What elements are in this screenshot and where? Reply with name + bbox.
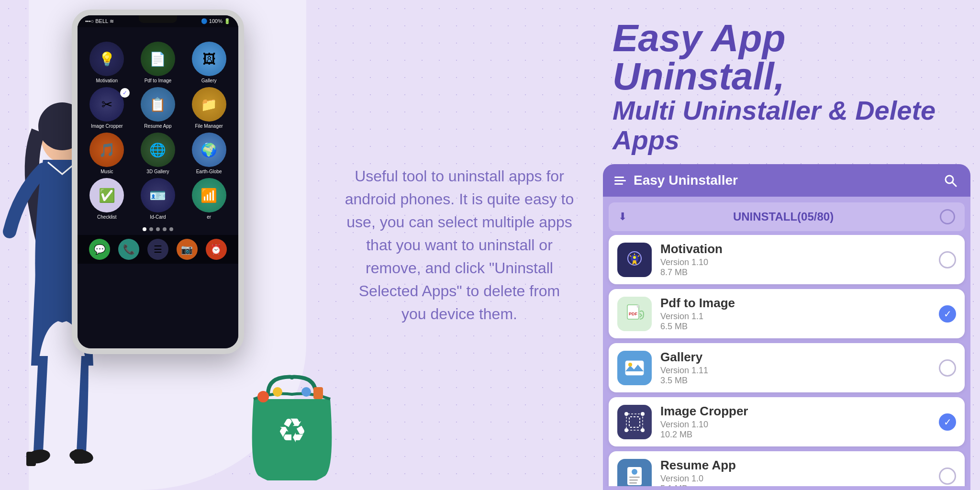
filemanager-label: File Manager	[195, 123, 223, 129]
bottom-phone-icon[interactable]: 📞	[118, 239, 139, 260]
motivation-version: Version 1.10	[660, 257, 930, 267]
phone-app-resume[interactable]: 📋 Resume App	[134, 87, 182, 129]
resume-checkbox[interactable]	[939, 468, 956, 485]
idcard-icon: 🪪	[141, 178, 175, 212]
list-item-resume[interactable]: Resume App Version 1.0 5.1 MB	[609, 451, 965, 486]
gallery-label: Gallery	[201, 78, 217, 83]
app-title-line2: Multi Uninstaller & Delete Apps	[612, 96, 961, 155]
dot-2	[149, 227, 153, 231]
phone-screen: •••○ BELL ≋ 🔵 100% 🔋 💡 Motivation 📄 Pdf …	[78, 15, 238, 348]
bottom-messages-icon[interactable]: 💬	[89, 239, 110, 260]
phone-app-pdf[interactable]: 📄 Pdf to Image	[134, 42, 182, 83]
motivation-name: Motivation	[660, 242, 930, 256]
pdf-version: Version 1.1	[660, 312, 930, 322]
search-button[interactable]	[942, 172, 959, 189]
list-item-motivation[interactable]: Motivation Version 1.10 8.7 MB	[609, 235, 965, 284]
app-panel: Easy Uninstaller ⬇ UNINSTALL(05/80)	[603, 164, 970, 490]
list-item-gallery[interactable]: Gallery Version 1.11 3.5 MB	[609, 343, 965, 392]
motivation-size: 8.7 MB	[660, 267, 930, 278]
svg-point-22	[628, 363, 632, 367]
gallery-list-icon	[617, 351, 652, 385]
sort-icon: ⬇	[618, 211, 627, 223]
uninstall-bar[interactable]: ⬇ UNINSTALL(05/80)	[609, 202, 965, 231]
phone-app-gallery[interactable]: 🖼 Gallery	[185, 42, 233, 83]
cropper-checkbox[interactable]: ✓	[939, 413, 956, 431]
pdf-info: Pdf to Image Version 1.1 6.5 MB	[660, 296, 930, 332]
resume-icon: 📋	[141, 87, 175, 122]
earth-icon: 🌍	[192, 133, 226, 167]
resume-label: Resume App	[144, 123, 171, 129]
motivation-icon: 💡	[89, 42, 124, 76]
description-text: Useful tool to uninstall apps for androi…	[345, 165, 574, 325]
motivation-list-icon	[617, 243, 652, 277]
panel-title: Easy Uninstaller	[634, 173, 738, 188]
phone-notch	[139, 15, 177, 23]
dot-1	[143, 227, 146, 231]
motivation-checkbox[interactable]	[939, 251, 956, 268]
svg-point-28	[641, 428, 645, 432]
svg-point-9	[273, 387, 282, 397]
dot-3	[156, 227, 160, 231]
phone-app-grid: 💡 Motivation 📄 Pdf to Image 🖼 Gallery ✂	[78, 27, 238, 224]
gallery-checkbox[interactable]	[939, 359, 956, 377]
svg-point-16	[633, 256, 636, 259]
bottom-camera-icon[interactable]: 📷	[177, 239, 198, 260]
phone-app-filemanager[interactable]: 📁 File Manager	[185, 87, 233, 129]
left-section: •••○ BELL ≋ 🔵 100% 🔋 💡 Motivation 📄 Pdf …	[0, 0, 325, 490]
middle-section: Useful tool to uninstall apps for androi…	[325, 0, 593, 490]
svg-text:PDF: PDF	[629, 312, 638, 316]
pdf-checkbox[interactable]: ✓	[939, 305, 956, 323]
app-title-area: Easy App Uninstall, Multi Uninstaller & …	[593, 0, 980, 164]
hamburger-line-1	[614, 177, 624, 178]
svg-point-26	[641, 412, 645, 416]
pdf-list-icon: PDF	[617, 297, 652, 331]
pdf-name: Pdf to Image	[660, 296, 930, 311]
svg-text:♻: ♻	[277, 412, 307, 449]
list-item-cropper[interactable]: Image Cropper Version 1.10 10.2 MB ✓	[609, 397, 965, 446]
app-list: Motivation Version 1.10 8.7 MB PDF	[603, 235, 970, 486]
pdf-label: Pdf to Image	[145, 78, 172, 83]
status-icons: 🔵 100% 🔋	[201, 18, 231, 24]
phone-app-idcard[interactable]: 🪪 Id-Card	[134, 178, 182, 220]
gallery-version: Version 1.11	[660, 366, 930, 376]
right-section: Easy App Uninstall, Multi Uninstaller & …	[593, 0, 980, 490]
bottom-menu-icon[interactable]: ☰	[147, 239, 168, 260]
cropper-label: Image Cropper	[91, 123, 123, 129]
motivation-label: Motivation	[96, 78, 118, 83]
list-item-pdf[interactable]: PDF Pdf to Image Version 1.1 6.5 MB ✓	[609, 289, 965, 338]
phone-app-cropper[interactable]: ✂ ✓ Image Cropper	[83, 87, 131, 129]
panel-header: Easy Uninstaller	[603, 164, 970, 197]
3dgallery-icon: 🌐	[141, 133, 175, 167]
motivation-info: Motivation Version 1.10 8.7 MB	[660, 242, 930, 278]
phone-app-earth[interactable]: 🌍 Earth-Globe	[185, 133, 233, 174]
select-all-checkbox[interactable]	[940, 209, 955, 224]
checklist-label: Checklist	[97, 214, 117, 220]
3dgallery-label: 3D Gallery	[146, 169, 169, 174]
music-label: Music	[100, 169, 113, 174]
earth-label: Earth-Globe	[196, 169, 222, 174]
panel-header-left: Easy Uninstaller	[614, 173, 738, 188]
hamburger-line-3	[614, 183, 623, 185]
svg-rect-32	[629, 479, 638, 481]
cropper-icon: ✂	[89, 87, 124, 122]
phone-app-3dgallery[interactable]: 🌐 3D Gallery	[134, 133, 182, 174]
idcard-label: Id-Card	[150, 214, 166, 220]
phone-app-music[interactable]: 🎵 Music	[83, 133, 131, 174]
cropper-size: 10.2 MB	[660, 430, 930, 440]
pdf-size: 6.5 MB	[660, 322, 930, 332]
gallery-name: Gallery	[660, 350, 930, 365]
gallery-icon: 🖼	[192, 42, 226, 76]
bottom-timer-icon[interactable]: ⏰	[206, 239, 227, 260]
pdf-icon: 📄	[141, 42, 175, 76]
phone-mockup: •••○ BELL ≋ 🔵 100% 🔋 💡 Motivation 📄 Pdf …	[72, 10, 244, 354]
cropper-version: Version 1.10	[660, 420, 930, 430]
phone-app-checklist[interactable]: ✅ Checklist	[83, 178, 131, 220]
phone-app-motivation[interactable]: 💡 Motivation	[83, 42, 131, 83]
gallery-info: Gallery Version 1.11 3.5 MB	[660, 350, 930, 386]
dot-4	[163, 227, 167, 231]
svg-rect-6	[74, 449, 84, 464]
phone-app-wifi[interactable]: 📶 er	[185, 178, 233, 220]
svg-point-8	[257, 391, 269, 402]
hamburger-icon[interactable]	[614, 177, 626, 185]
app-title-line1: Easy App Uninstall,	[612, 19, 961, 96]
